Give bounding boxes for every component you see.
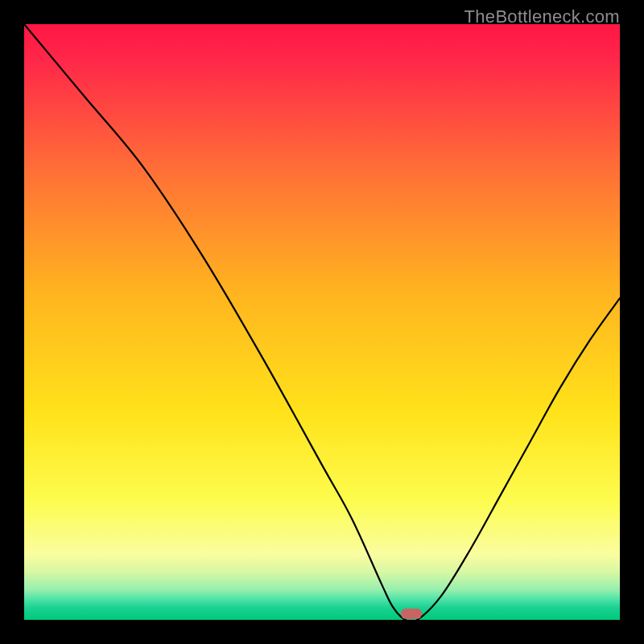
- optimum-marker: [401, 609, 422, 619]
- chart-background: [24, 24, 620, 620]
- chart-svg: [24, 24, 620, 620]
- outer-frame: TheBottleneck.com: [0, 0, 644, 644]
- chart-plot-area: [24, 24, 620, 620]
